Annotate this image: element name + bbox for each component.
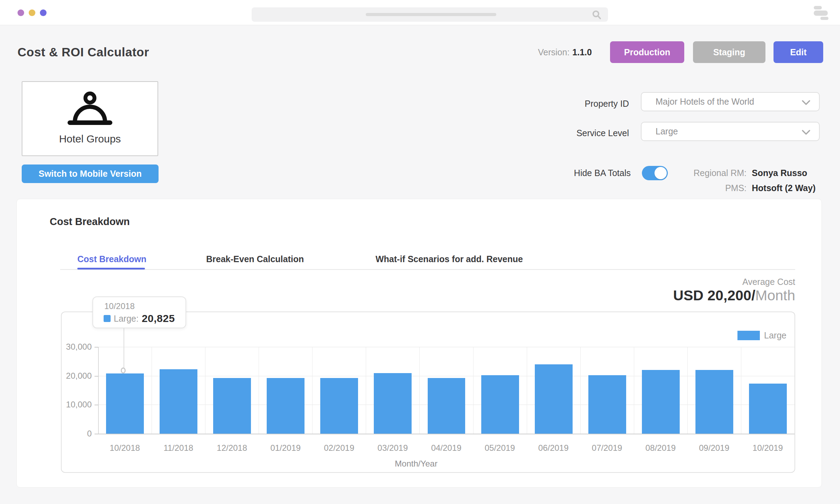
highlight-marker [121,368,126,373]
tab-break-even-calculation[interactable]: Break-Even Calculation [206,254,304,264]
y-tick-label: 10,000 [62,400,92,410]
tab-what-if-scenarios[interactable]: What-if Scenarios for add. Revenue [376,254,523,264]
hotel-groups-cloche-icon [66,90,113,129]
y-tick-label: 20,000 [62,371,92,381]
tooltip-value: 20,825 [142,313,175,324]
service-level-value: Large [656,126,678,136]
average-cost-value: USD 20,200/ [673,287,755,303]
x-tick-label: 03/2019 [366,443,419,453]
x-tick-label: 12/2018 [205,443,259,453]
page-title: Cost & ROI Calculator [18,45,149,59]
chart-container: 10/201811/201812/201801/201902/201903/20… [61,312,795,473]
bar-03-2019[interactable] [374,373,412,434]
property-id-value: Major Hotels of the World [656,97,754,107]
chart-tooltip: 10/2018 Large: 20,825 [92,296,186,328]
plot-column [205,347,259,434]
legend-label-large: Large [764,330,786,341]
average-cost: USD 20,200/Month [515,287,795,304]
tooltip-series-label: Large: [114,314,139,324]
browser-menu-icon[interactable] [814,6,828,19]
y-tick-mark [94,405,98,405]
y-tick-mark [94,347,98,348]
plot-column [152,347,205,434]
edit-button[interactable]: Edit [774,41,823,63]
x-tick-label: 11/2018 [152,443,205,453]
chart-legend[interactable]: Large [737,330,786,341]
switch-to-mobile-button[interactable]: Switch to Mobile Version [22,164,159,183]
x-axis-title: Month/Year [395,459,438,469]
address-search-bar[interactable] [252,7,608,22]
window-dot-1-icon[interactable] [18,9,24,16]
x-tick-label: 04/2019 [419,443,473,453]
x-tick-label: 10/2018 [98,443,152,453]
hotel-group-card[interactable]: Hotel Groups [22,81,158,156]
h-gridline [98,434,794,434]
bar-10-2019[interactable] [749,384,787,434]
bar-09-2019[interactable] [695,370,733,434]
chevron-down-icon [802,129,811,135]
service-level-select[interactable]: Large [641,122,820,141]
hotel-group-name: Hotel Groups [22,133,158,145]
bar-12-2018[interactable] [213,378,251,434]
plot-area [98,347,794,434]
panel-title: Cost Breakdown [50,216,130,227]
plot-column [419,347,473,434]
window-dot-2-icon[interactable] [29,9,35,16]
x-tick-label: 07/2019 [580,443,634,453]
bar-10-2018[interactable] [106,373,144,434]
version-value: 1.1.0 [572,47,592,57]
pms-value: Hotsoft (2 Way) [752,183,816,193]
bar-06-2019[interactable] [535,364,573,434]
regional-rm-label: Regional RM: [665,168,747,178]
bar-05-2019[interactable] [481,375,519,434]
tooltip-pointer-line [124,328,124,370]
version-label: Version: [538,47,569,57]
regional-rm-value: Sonya Russo [752,168,807,178]
window-controls [18,9,47,16]
staging-button[interactable]: Staging [693,41,765,63]
production-button[interactable]: Production [610,41,684,63]
hide-ba-totals-toggle[interactable] [642,166,668,180]
chevron-down-icon [802,99,811,106]
browser-topbar [0,0,840,25]
tooltip-category: 10/2018 [104,301,135,311]
x-tick-label: 01/2019 [259,443,312,453]
service-level-label: Service Level [546,128,629,138]
bar-02-2019[interactable] [320,378,358,434]
plot-column [98,347,152,434]
plot-column [473,347,527,434]
plot-column [527,347,580,434]
bar-07-2019[interactable] [588,375,626,434]
plot-column [312,347,366,434]
x-tick-label: 09/2019 [687,443,741,453]
search-icon[interactable] [592,9,602,20]
bar-08-2019[interactable] [642,370,680,434]
window-dot-3-icon[interactable] [40,9,47,16]
property-id-select[interactable]: Major Hotels of the World [641,92,820,111]
version-info: Version: 1.1.0 [538,47,592,57]
average-cost-unit: Month [755,287,795,303]
y-tick-mark [94,434,98,434]
y-tick-mark [94,376,98,377]
x-labels: 10/201811/201812/201801/201902/201903/20… [98,443,794,453]
address-placeholder-line [366,13,496,16]
y-tick-label: 30,000 [62,342,92,352]
bar-01-2019[interactable] [267,378,304,434]
plot-column [687,347,741,434]
x-tick-label: 05/2019 [473,443,527,453]
plot-column [580,347,634,434]
average-cost-label: Average Cost [620,277,795,287]
plot-column [259,347,312,434]
x-tick-label: 10/2019 [741,443,794,453]
x-tick-label: 02/2019 [312,443,366,453]
bar-04-2019[interactable] [428,378,465,434]
bar-11-2018[interactable] [160,369,197,434]
cost-breakdown-panel: Cost Breakdown Cost Breakdown Break-Even… [16,199,822,488]
x-tick-label: 06/2019 [527,443,580,453]
x-tick-label: 08/2019 [634,443,687,453]
tooltip-series-swatch [104,315,111,322]
legend-swatch-large [737,331,760,340]
plot-column [741,347,794,434]
plot-column [634,347,687,434]
tab-cost-breakdown[interactable]: Cost Breakdown [77,254,146,264]
